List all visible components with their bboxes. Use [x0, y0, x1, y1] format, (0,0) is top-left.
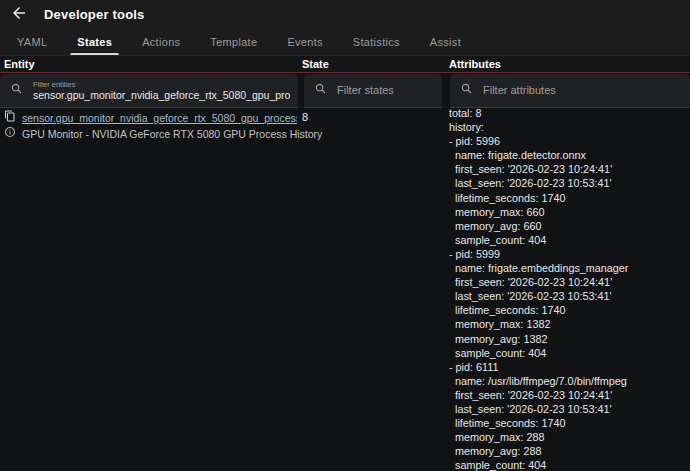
tab-states[interactable]: States: [62, 28, 127, 55]
info-button[interactable]: [4, 126, 16, 141]
arrow-left-icon: [10, 4, 28, 25]
column-header-attributes[interactable]: Attributes: [449, 58, 501, 70]
page-title: Developer tools: [44, 7, 145, 22]
table-header-row: Entity State Attributes: [0, 56, 690, 73]
attributes-filter-input[interactable]: [483, 84, 682, 97]
entity-friendly-name-row: GPU Monitor - NVIDIA GeForce RTX 5080 GP…: [4, 126, 322, 141]
app-bar: Developer tools: [0, 0, 690, 28]
attributes-yaml: total: 8 history: - pid: 5996 name: frig…: [449, 106, 689, 471]
entity-id-link[interactable]: sensor.gpu_monitor_nvidia_geforce_rtx_50…: [22, 112, 297, 124]
entity-friendly-name: GPU Monitor - NVIDIA GeForce RTX 5080 GP…: [22, 128, 322, 140]
column-header-entity[interactable]: Entity: [4, 58, 35, 70]
tab-bar: YAML States Actions Template Events Stat…: [0, 28, 690, 56]
search-icon: [10, 82, 33, 100]
column-header-state[interactable]: State: [302, 58, 329, 70]
state-value: 8: [302, 111, 308, 123]
info-icon: [4, 126, 16, 141]
search-icon: [314, 82, 337, 100]
entity-result-row: sensor.gpu_monitor_nvidia_geforce_rtx_50…: [4, 110, 297, 125]
entity-filter-field[interactable]: Filter entities: [0, 74, 298, 108]
back-button[interactable]: [8, 3, 30, 25]
entity-filter-input[interactable]: [33, 89, 290, 102]
tab-actions[interactable]: Actions: [127, 28, 195, 55]
filter-row: Filter entities: [0, 74, 690, 108]
copy-entity-id-button[interactable]: [4, 110, 16, 125]
clipboard-copy-icon: [4, 110, 16, 125]
tab-assist[interactable]: Assist: [415, 28, 476, 55]
developer-tools-screen: Developer tools YAML States Actions Temp…: [0, 0, 690, 471]
search-icon: [460, 82, 483, 100]
tab-yaml[interactable]: YAML: [2, 28, 62, 55]
tab-statistics[interactable]: Statistics: [338, 28, 415, 55]
tab-template[interactable]: Template: [195, 28, 272, 55]
entity-filter-label: Filter entities: [33, 80, 290, 89]
state-filter-field[interactable]: [304, 74, 442, 108]
attributes-filter-field[interactable]: [450, 74, 690, 108]
tab-events[interactable]: Events: [272, 28, 337, 55]
state-filter-input[interactable]: [337, 84, 434, 97]
